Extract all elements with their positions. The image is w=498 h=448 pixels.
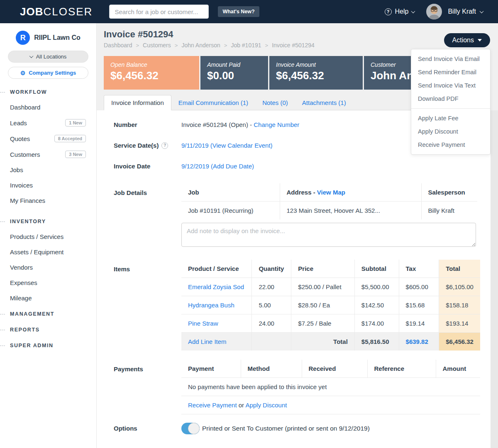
- empty-cell: [252, 333, 291, 351]
- tax-header: Tax: [399, 260, 439, 278]
- quantity-header: Quantity: [252, 260, 291, 278]
- service-date-link[interactable]: 9/11/2019 (View Calendar Event): [181, 142, 273, 149]
- salesperson-column-header: Salesperson: [421, 183, 477, 202]
- sidebar-item-label: Expenses: [10, 279, 37, 286]
- printed-sent-toggle[interactable]: [181, 423, 200, 434]
- apply-discount-link[interactable]: Apply Discount: [245, 402, 287, 409]
- locations-label: All Locations: [36, 54, 67, 60]
- invoice-amount-card: Invoice Amount $6,456.32: [269, 56, 363, 90]
- quantity-cell: 22.00: [252, 278, 291, 296]
- sidebar-section-super-admin[interactable]: SUPER ADMIN: [0, 338, 96, 353]
- sidebar-section-workflow[interactable]: WORKFLOW: [0, 85, 96, 100]
- job-column-header: Job: [181, 183, 280, 202]
- company-header: R RIIPL Lawn Co: [0, 31, 96, 45]
- user-menu[interactable]: Billy Kraft: [448, 8, 483, 15]
- actions-label: Actions: [452, 37, 474, 44]
- breadcrumb-customer-name[interactable]: John Anderson: [181, 42, 220, 49]
- sidebar-item-products-services[interactable]: Products / Services: [0, 229, 96, 244]
- breadcrumb-invoice: Invoice #501294: [272, 42, 315, 49]
- help-tooltip-icon[interactable]: ?: [161, 142, 168, 149]
- sidebar-item-leads[interactable]: Leads1 New: [0, 115, 96, 131]
- payments-links-row: Receive Payment or Apply Discount: [181, 396, 480, 414]
- breadcrumb-job[interactable]: Job #10191: [231, 42, 261, 49]
- items-footer-row: Add Line Item Total $5,816.50 $639.82 $6…: [181, 333, 480, 351]
- help-label: Help: [395, 8, 409, 15]
- sidebar-item-label: Invoices: [10, 182, 33, 189]
- sidebar-section-inventory[interactable]: INVENTORY: [0, 214, 96, 229]
- invoice-note-textarea[interactable]: [181, 223, 476, 247]
- actions-button[interactable]: Actions: [444, 33, 490, 47]
- add-line-item-link[interactable]: Add Line Item: [188, 338, 227, 345]
- tab-invoice-information[interactable]: Invoice Information: [104, 95, 171, 110]
- receive-payment-link[interactable]: Receive Payment: [188, 402, 237, 409]
- total-cell: $158.18: [439, 296, 480, 314]
- sidebar-item-my-finances[interactable]: My Finances: [0, 193, 96, 208]
- amount-header: Amount: [436, 360, 480, 378]
- menu-item-apply-late-fee[interactable]: Apply Late Fee: [411, 112, 490, 125]
- sidebar-item-quotes[interactable]: Quotes8 Accepted: [0, 131, 96, 146]
- sidebar-item-vendors[interactable]: Vendors: [0, 260, 96, 275]
- sidebar-item-label: Customers: [10, 151, 40, 158]
- tax-cell: $19.14: [399, 314, 439, 333]
- invoice-number-value: Invoice #501294 (Open) -: [181, 121, 252, 128]
- sidebar-item-customers[interactable]: Customers3 New: [0, 146, 96, 162]
- tab-email-communication[interactable]: Email Communication (1): [171, 95, 255, 110]
- sidebar-item-jobs[interactable]: Jobs: [0, 162, 96, 178]
- product-link[interactable]: Pine Straw: [188, 320, 218, 327]
- address-cell: 123 Main Street, Hoover AL 352...: [280, 202, 421, 220]
- logo-bold: JOB: [20, 5, 43, 18]
- reference-header: Reference: [367, 360, 436, 378]
- address-column-header: Address - View Map: [280, 183, 421, 202]
- total-label: Total: [291, 333, 354, 351]
- menu-item-download-pdf[interactable]: Download PDF: [411, 92, 490, 105]
- menu-item-send-reminder-email[interactable]: Send Reminder Email: [411, 66, 490, 79]
- breadcrumb-customers[interactable]: Customers: [143, 42, 171, 49]
- view-map-link[interactable]: View Map: [317, 189, 345, 196]
- price-header: Price: [291, 260, 354, 278]
- sidebar-item-mileage[interactable]: Mileage: [0, 290, 96, 306]
- menu-item-send-invoice-text[interactable]: Send Invoice Via Text: [411, 79, 490, 92]
- whats-new-button[interactable]: What's New?: [218, 6, 259, 17]
- menu-item-receive-payment[interactable]: Receive Payment: [411, 138, 490, 151]
- search-input[interactable]: [109, 5, 209, 19]
- amount-paid-card: Amount Paid $0.00: [200, 56, 268, 90]
- invoice-date-link[interactable]: 9/12/2019 (Add Due Date): [181, 163, 254, 170]
- sidebar-section-reports[interactable]: REPORTS: [0, 322, 96, 337]
- tab-attachments[interactable]: Attachments (1): [295, 95, 353, 110]
- breadcrumb-separator: >: [136, 42, 139, 49]
- job-details-data-row: Job #10191 (Recurring) 123 Main Street, …: [181, 202, 477, 220]
- sidebar-item-invoices[interactable]: Invoices: [0, 178, 96, 193]
- sidebar-item-assets-equipment[interactable]: Assets / Equipment: [0, 244, 96, 260]
- tab-notes[interactable]: Notes (0): [255, 95, 295, 110]
- sidebar-section-management[interactable]: MANAGEMENT: [0, 307, 96, 321]
- menu-divider: [411, 108, 490, 109]
- payments-row: Payments Payment Method Received Referen…: [114, 360, 480, 414]
- top-navbar: JOBCLOSER What's New? ? Help Billy Kraft: [0, 0, 498, 23]
- sidebar-item-dashboard[interactable]: Dashboard: [0, 100, 96, 115]
- menu-item-apply-discount[interactable]: Apply Discount: [411, 125, 490, 138]
- product-link[interactable]: Hydrangea Bush: [188, 302, 234, 309]
- payment-header: Payment: [181, 360, 241, 378]
- total-tax-link[interactable]: $639.82: [406, 338, 428, 345]
- items-row: Items Product / Service Quantity Price S…: [114, 260, 480, 351]
- product-link[interactable]: Emerald Zoysia Sod: [188, 283, 244, 290]
- sidebar-item-label: Products / Services: [10, 233, 63, 240]
- company-logo: R: [16, 31, 30, 45]
- company-settings-button[interactable]: ⚙ Company Settings: [8, 67, 88, 79]
- subtotal-cell: $5,500.00: [354, 278, 399, 296]
- user-avatar[interactable]: [426, 4, 442, 19]
- sidebar-item-expenses[interactable]: Expenses: [0, 275, 96, 290]
- breadcrumb-dashboard[interactable]: Dashboard: [104, 42, 132, 49]
- tax-cell: $605.00: [399, 278, 439, 296]
- help-menu[interactable]: ? Help: [385, 8, 415, 15]
- payments-header-row: Payment Method Received Reference Amount: [181, 360, 480, 378]
- locations-selector[interactable]: All Locations: [8, 51, 88, 63]
- navbar-right: ? Help Billy Kraft: [385, 4, 483, 19]
- menu-item-send-invoice-email[interactable]: Send Invoice Via Email: [411, 52, 490, 66]
- received-header: Received: [302, 360, 367, 378]
- change-number-link[interactable]: Change Number: [254, 121, 299, 128]
- card-value: $6,456.32: [276, 69, 356, 82]
- options-label: Options: [114, 423, 181, 432]
- sidebar-item-label: Quotes: [10, 135, 30, 142]
- app-logo[interactable]: JOBCLOSER: [20, 5, 93, 18]
